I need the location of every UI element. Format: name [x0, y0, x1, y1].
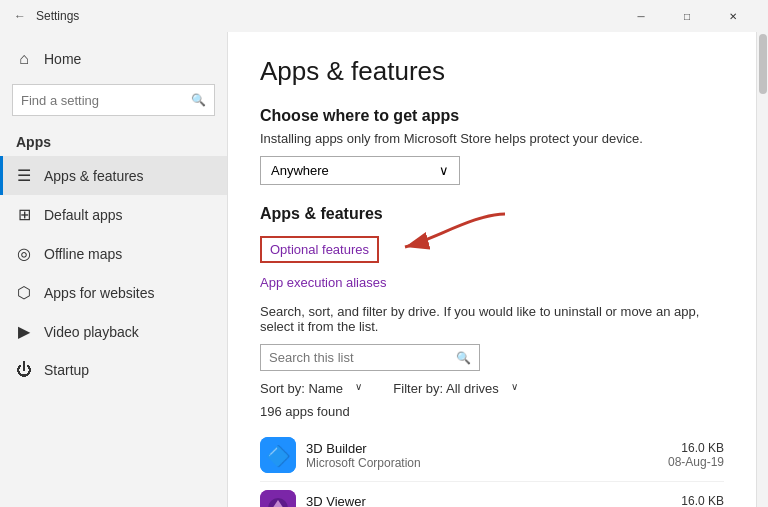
app-icon-3d-viewer [260, 490, 296, 507]
filter-chevron-icon: ∨ [511, 381, 518, 396]
app-meta-3d-builder: 16.0 KB 08-Aug-19 [668, 441, 724, 469]
sort-filter-row: Sort by: Name ∨ Filter by: All drives ∨ [260, 381, 724, 396]
dropdown-chevron-icon: ∨ [439, 163, 449, 178]
app-list: 🔷 3D Builder Microsoft Corporation 16.0 … [260, 429, 724, 507]
titlebar: ← Settings ─ □ ✕ [0, 0, 768, 32]
content-area: Apps & features Choose where to get apps… [228, 32, 756, 507]
scrollbar[interactable] [756, 32, 768, 507]
sidebar-search-box[interactable]: 🔍 [12, 84, 215, 116]
filter-by-selector[interactable]: Filter by: All drives [393, 381, 498, 396]
home-icon: ⌂ [16, 50, 32, 68]
table-row[interactable]: 3D Viewer Microsoft Corporation 16.0 KB … [260, 482, 724, 507]
red-arrow-annotation [395, 209, 515, 269]
search-description: Search, sort, and filter by drive. If yo… [260, 304, 720, 334]
choose-where-desc: Installing apps only from Microsoft Stor… [260, 131, 724, 146]
maximize-button[interactable]: □ [664, 0, 710, 32]
sidebar-item-default-apps[interactable]: ⊞ Default apps [0, 195, 227, 234]
app-name: 3D Builder [306, 441, 658, 456]
app-publisher: Microsoft Corporation [306, 456, 658, 470]
search-apps-input[interactable] [269, 350, 456, 365]
svg-text:🔷: 🔷 [266, 444, 291, 468]
dropdown-value: Anywhere [271, 163, 329, 178]
search-apps-box[interactable]: 🔍 [260, 344, 480, 371]
startup-icon: ⏻ [16, 361, 32, 379]
sidebar-item-video-playback[interactable]: ▶ Video playback [0, 312, 227, 351]
sidebar-search-input[interactable] [21, 93, 191, 108]
sidebar-item-home[interactable]: ⌂ Home [0, 40, 227, 78]
sidebar-home-label: Home [44, 51, 81, 67]
sidebar-item-offline-maps[interactable]: ◎ Offline maps [0, 234, 227, 273]
app-size: 16.0 KB [668, 441, 724, 455]
apps-features-icon: ☰ [16, 166, 32, 185]
video-playback-icon: ▶ [16, 322, 32, 341]
sidebar-item-label: Apps for websites [44, 285, 155, 301]
close-button[interactable]: ✕ [710, 0, 756, 32]
offline-maps-icon: ◎ [16, 244, 32, 263]
titlebar-left: ← Settings [12, 8, 79, 24]
default-apps-icon: ⊞ [16, 205, 32, 224]
app-execution-link[interactable]: App execution aliases [260, 275, 386, 290]
app-icon-3d-builder: 🔷 [260, 437, 296, 473]
anywhere-dropdown[interactable]: Anywhere ∨ [260, 156, 460, 185]
sort-chevron-icon: ∨ [355, 381, 362, 396]
apps-websites-icon: ⬡ [16, 283, 32, 302]
sidebar: ⌂ Home 🔍 Apps ☰ Apps & features ⊞ Defaul… [0, 32, 228, 507]
app-info-3d-builder: 3D Builder Microsoft Corporation [306, 441, 658, 470]
sidebar-item-label: Startup [44, 362, 89, 378]
app-info-3d-viewer: 3D Viewer Microsoft Corporation [306, 494, 658, 508]
sidebar-item-label: Offline maps [44, 246, 122, 262]
app-size: 16.0 KB [668, 494, 724, 507]
titlebar-title: Settings [36, 9, 79, 23]
sidebar-item-label: Default apps [44, 207, 123, 223]
sidebar-item-apps-features[interactable]: ☰ Apps & features [0, 156, 227, 195]
minimize-button[interactable]: ─ [618, 0, 664, 32]
main-container: ⌂ Home 🔍 Apps ☰ Apps & features ⊞ Defaul… [0, 32, 768, 507]
sidebar-section-label: Apps [0, 128, 227, 156]
table-row[interactable]: 🔷 3D Builder Microsoft Corporation 16.0 … [260, 429, 724, 482]
search-icon: 🔍 [191, 93, 206, 107]
search-apps-icon: 🔍 [456, 351, 471, 365]
back-icon: ← [14, 9, 26, 23]
optional-features-link[interactable]: Optional features [260, 236, 379, 263]
app-meta-3d-viewer: 16.0 KB 30-Sep-20 [668, 494, 724, 507]
app-date: 08-Aug-19 [668, 455, 724, 469]
page-title: Apps & features [260, 56, 724, 87]
choose-where-title: Choose where to get apps [260, 107, 724, 125]
sidebar-item-label: Apps & features [44, 168, 144, 184]
back-button[interactable]: ← [12, 8, 28, 24]
sidebar-item-apps-websites[interactable]: ⬡ Apps for websites [0, 273, 227, 312]
sidebar-item-label: Video playback [44, 324, 139, 340]
sidebar-item-startup[interactable]: ⏻ Startup [0, 351, 227, 389]
app-name: 3D Viewer [306, 494, 658, 508]
window-controls: ─ □ ✕ [618, 0, 756, 32]
sort-by-selector[interactable]: Sort by: Name [260, 381, 343, 396]
apps-found-count: 196 apps found [260, 404, 724, 419]
